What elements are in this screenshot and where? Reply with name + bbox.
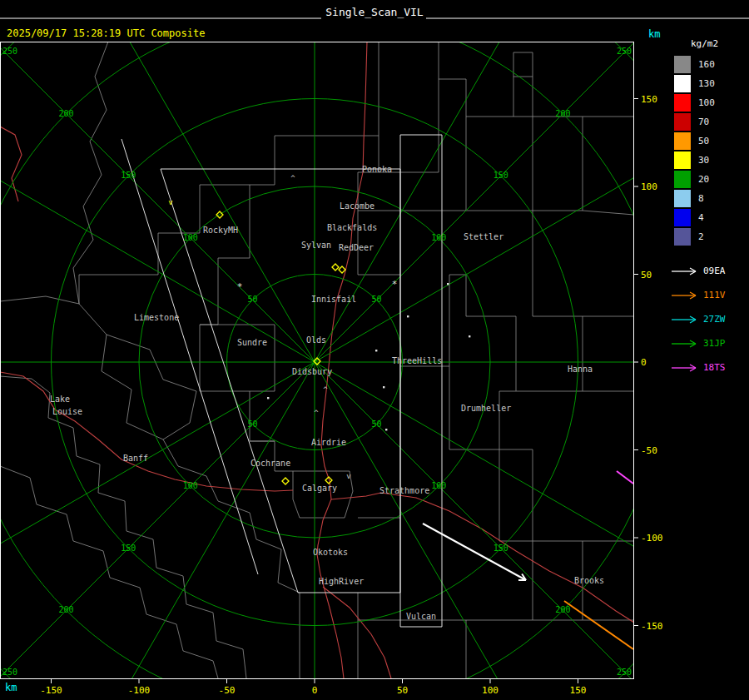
ring-distance-label: 50 (247, 295, 257, 304)
county-boundary (400, 275, 466, 366)
ring-distance-label: 150 (494, 171, 508, 180)
ring-distance-label: 250 (2, 47, 17, 56)
azimuth-spoke (0, 129, 315, 362)
azimuth-spoke (82, 0, 315, 362)
bottom-axis-tick-label: -50 (219, 685, 236, 696)
legend-scale-row: 50 (666, 132, 749, 150)
county-boundary (0, 376, 246, 678)
window-title: Single_Scan_VIL (0, 7, 749, 17)
city-label: Hanna (568, 365, 593, 374)
track-legend-row: 31JP (666, 331, 749, 355)
legend-scale-row: 100 (666, 93, 749, 112)
legend-units-label: kg/m2 (666, 38, 749, 49)
highway-line (323, 587, 391, 678)
azimuth-spoke (315, 362, 548, 700)
legend-color-swatch (674, 171, 691, 188)
right-axis-tick-label: -150 (641, 621, 663, 632)
ring-distance-label: 200 (555, 605, 570, 614)
legend-scale-row: 20 (666, 170, 749, 188)
county-boundary (466, 541, 533, 678)
city-label: Sundre (237, 338, 267, 347)
ring-distance-label: 100 (183, 233, 198, 242)
county-boundary (107, 335, 196, 439)
storm-track-line (564, 601, 633, 649)
county-boundary (513, 77, 533, 117)
city-label: Blackfalds (327, 223, 377, 232)
city-label: Brooks (574, 576, 604, 585)
legend-color-swatch (674, 56, 691, 73)
legend-scale-value: 4 (698, 212, 704, 223)
legend-scale-row: 2 (666, 227, 749, 246)
city-label: RockyMH (203, 226, 238, 235)
track-legend-row: 18TS (666, 355, 749, 380)
right-axis-tick-label: 50 (641, 270, 652, 280)
ring-distance-label: 250 (2, 668, 17, 677)
city-label: Limestone (134, 313, 179, 322)
point-marker (469, 335, 470, 337)
caret-marker: ^ (323, 385, 328, 394)
county-boundary (466, 117, 533, 211)
city-label: HighRiver (319, 577, 364, 586)
radar-map-canvas[interactable]: 5050505010010010010015015015015020020020… (0, 0, 749, 700)
track-arrow-icon (670, 363, 700, 373)
radar-sector-outline (400, 135, 442, 627)
azimuth-spoke (315, 0, 548, 362)
legend-scale-row: 4 (666, 208, 749, 226)
track-legend-row: 09EA (666, 259, 749, 283)
ring-distance-label: 150 (121, 171, 136, 180)
legend-scale-value: 30 (698, 155, 709, 166)
county-boundary (583, 211, 634, 215)
legend-scale-row: 8 (666, 189, 749, 207)
ring-distance-label: 250 (617, 668, 632, 677)
legend-scale-row: 30 (666, 151, 749, 169)
legend-color-swatch (674, 209, 691, 226)
ring-distance-label: 150 (494, 544, 508, 553)
highway-line (0, 127, 22, 201)
azimuth-spoke (82, 362, 315, 700)
city-label: Olds (306, 335, 326, 345)
point-marker (383, 386, 384, 388)
site-marker-diamond (282, 478, 289, 484)
caret-marker: ^ (290, 174, 295, 182)
bottom-axis-tick-label: -150 (40, 685, 62, 696)
city-label: Airdrie (311, 438, 346, 447)
city-label: Banff (123, 454, 148, 463)
city-label: Ponoka (362, 165, 392, 174)
legend-scale-row: 160 (666, 55, 749, 73)
legend-scale-value: 130 (698, 78, 715, 89)
legend-color-swatch (674, 151, 691, 169)
legend-color-swatch (674, 132, 691, 150)
point-marker (385, 429, 387, 430)
county-boundary (513, 52, 533, 77)
ring-distance-label: 50 (372, 295, 382, 304)
bottom-axis-unit-label: km (5, 683, 17, 693)
legend-panel: kg/m2 16013010070503020842 09EA111V27ZW3… (666, 38, 749, 380)
azimuth-spoke (315, 32, 644, 362)
track-legend: 09EA111V27ZW31JP18TS (666, 259, 749, 380)
point-marker (447, 283, 449, 285)
legend-scale-value: 2 (698, 231, 704, 242)
legend-scale-value: 160 (698, 59, 715, 70)
county-boundary (379, 42, 439, 172)
track-arrow-icon (670, 339, 700, 349)
county-boundary (499, 449, 533, 541)
site-marker-diamond (332, 264, 339, 271)
bottom-axis-tick-label: 50 (397, 685, 408, 696)
storm-track-line (617, 471, 633, 484)
legend-scale-value: 100 (698, 97, 715, 108)
color-scale: 16013010070503020842 (666, 55, 749, 246)
right-axis-unit-label: km (648, 29, 660, 39)
legend-scale-value: 8 (698, 193, 704, 204)
legend-color-swatch (674, 75, 691, 92)
city-label: Strathmore (379, 486, 429, 495)
track-legend-row: 111V (666, 283, 749, 307)
range-ring (0, 0, 749, 700)
legend-color-swatch (674, 94, 691, 112)
legend-scale-value: 20 (698, 174, 709, 185)
city-label: Vulcan (406, 612, 436, 621)
ring-distance-label: 100 (431, 481, 446, 490)
legend-scale-row: 130 (666, 74, 749, 92)
site-marker-diamond (339, 266, 345, 273)
track-id-label: 111V (703, 290, 726, 300)
track-arrow-icon (670, 266, 700, 276)
